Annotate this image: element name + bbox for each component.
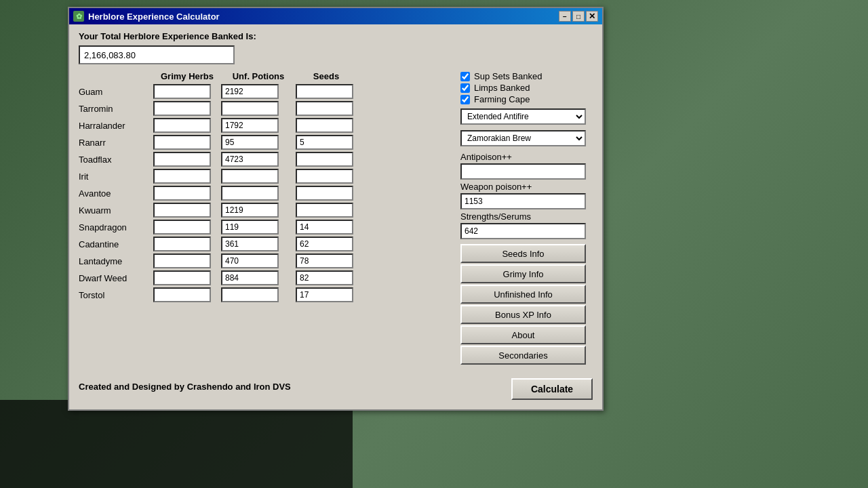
seeds-input[interactable] xyxy=(296,186,353,201)
unfinished_info-button[interactable]: Unfinished Info xyxy=(460,285,586,304)
unf-input[interactable] xyxy=(221,287,279,302)
checkbox-limps[interactable] xyxy=(460,83,470,93)
grimy-input[interactable] xyxy=(153,203,211,218)
calculate-button[interactable]: Calculate xyxy=(511,378,593,400)
main-window: ✿ Herblore Experience Calculator − □ ✕ Y… xyxy=(68,7,604,411)
grimy-input[interactable] xyxy=(153,135,211,150)
grimy-input[interactable] xyxy=(153,84,211,99)
grimy-input[interactable] xyxy=(153,152,211,167)
grimy-input[interactable] xyxy=(153,287,211,302)
seeds-input[interactable] xyxy=(296,220,353,235)
unf-input[interactable] xyxy=(221,220,279,235)
brew-dropdown[interactable]: Zamorakian Brew Saradomin Brew xyxy=(460,130,586,146)
grimy-input[interactable] xyxy=(153,118,211,133)
footer-row: Created and Designed by Crashendo and Ir… xyxy=(79,373,593,400)
total-xp-input[interactable] xyxy=(79,45,235,64)
checkboxes-container: Sup Sets BankedLimps BankedFarming Cape xyxy=(460,71,593,106)
herb-name: Guam xyxy=(79,87,153,97)
seeds-input[interactable] xyxy=(296,135,353,150)
col-unf: Unf. Potions xyxy=(221,71,296,81)
grimy-input[interactable] xyxy=(153,237,211,251)
table-row: Toadflax xyxy=(79,152,451,167)
herb-name: Tarromin xyxy=(79,104,153,114)
checkbox-row-limps: Limps Banked xyxy=(460,83,593,93)
herb-name: Toadflax xyxy=(79,155,153,165)
title-bar: ✿ Herblore Experience Calculator − □ ✕ xyxy=(69,8,602,24)
seeds-input[interactable] xyxy=(296,253,353,268)
about-button[interactable]: About xyxy=(460,325,586,344)
unf-input[interactable] xyxy=(221,135,279,150)
minimize-button[interactable]: − xyxy=(559,11,571,22)
unf-input[interactable] xyxy=(221,84,279,99)
unf-input[interactable] xyxy=(221,253,279,268)
checkbox-label-sup_sets: Sup Sets Banked xyxy=(474,71,542,81)
field-input-weapon[interactable] xyxy=(460,193,586,209)
field-section-weapon: Weapon poison++ xyxy=(460,182,593,209)
col-herb xyxy=(79,71,153,81)
right-panel: Sup Sets BankedLimps BankedFarming Cape … xyxy=(460,71,593,366)
seeds_info-button[interactable]: Seeds Info xyxy=(460,244,586,263)
unf-input[interactable] xyxy=(221,152,279,167)
herb-name: Irit xyxy=(79,171,153,182)
unf-input[interactable] xyxy=(221,237,279,251)
grimy_info-button[interactable]: Grimy Info xyxy=(460,264,586,283)
antifire-dropdown[interactable]: Extended Antifire Antifire xyxy=(460,108,586,125)
seeds-input[interactable] xyxy=(296,101,353,116)
col-seeds: Seeds xyxy=(296,71,357,81)
seeds-input[interactable] xyxy=(296,270,353,285)
grimy-input[interactable] xyxy=(153,270,211,285)
grimy-input[interactable] xyxy=(153,169,211,184)
unf-input[interactable] xyxy=(221,169,279,184)
table-row: Lantadyme xyxy=(79,253,451,268)
top-section: Your Total Herblore Experience Banked Is… xyxy=(79,31,593,64)
checkbox-row-farming: Farming Cape xyxy=(460,94,593,104)
checkbox-sup_sets[interactable] xyxy=(460,72,470,81)
dropdown-extended-antifire: Extended Antifire Antifire xyxy=(460,108,593,125)
secondaries-button[interactable]: Secondaries xyxy=(460,346,586,365)
maximize-button[interactable]: □ xyxy=(572,11,585,22)
table-row: Harralander xyxy=(79,118,451,133)
grimy-input[interactable] xyxy=(153,220,211,235)
herb-name: Avantoe xyxy=(79,188,153,199)
table-row: Guam xyxy=(79,84,451,99)
seeds-input[interactable] xyxy=(296,118,353,133)
field-section-strengths: Strengths/Serums xyxy=(460,211,593,239)
title-controls: − □ ✕ xyxy=(559,11,598,22)
table-row: Cadantine xyxy=(79,237,451,251)
field-input-strengths[interactable] xyxy=(460,223,586,239)
seeds-input[interactable] xyxy=(296,237,353,251)
seeds-input[interactable] xyxy=(296,84,353,99)
main-content: Grimy Herbs Unf. Potions Seeds GuamTarro… xyxy=(79,71,593,366)
seeds-input[interactable] xyxy=(296,169,353,184)
col-grimy: Grimy Herbs xyxy=(153,71,221,81)
table-row: Dwarf Weed xyxy=(79,270,451,285)
unf-input[interactable] xyxy=(221,101,279,116)
unf-input[interactable] xyxy=(221,270,279,285)
field-section-antipoison: Antipoison++ xyxy=(460,152,593,180)
seeds-input[interactable] xyxy=(296,203,353,218)
herb-rows-container: GuamTarrominHarralanderRanarrToadflaxIri… xyxy=(79,84,451,302)
table-row: Avantoe xyxy=(79,186,451,201)
unf-input[interactable] xyxy=(221,203,279,218)
herb-name: Torstol xyxy=(79,290,153,300)
fields-container: Antipoison++Weapon poison++Strengths/Ser… xyxy=(460,152,593,241)
grimy-input[interactable] xyxy=(153,253,211,268)
close-button[interactable]: ✕ xyxy=(586,11,598,22)
checkbox-label-farming: Farming Cape xyxy=(474,94,530,104)
grimy-input[interactable] xyxy=(153,186,211,201)
herb-name: Snapdragon xyxy=(79,222,153,232)
footer-text: Created and Designed by Crashendo and Ir… xyxy=(79,382,291,392)
field-input-antipoison[interactable] xyxy=(460,163,586,180)
field-label-strengths: Strengths/Serums xyxy=(460,211,593,222)
seeds-input[interactable] xyxy=(296,287,353,302)
seeds-input[interactable] xyxy=(296,152,353,167)
herb-name: Kwuarm xyxy=(79,205,153,216)
checkbox-row-sup_sets: Sup Sets Banked xyxy=(460,71,593,81)
table-row: Ranarr xyxy=(79,135,451,150)
grimy-input[interactable] xyxy=(153,101,211,116)
bonus_xp_info-button[interactable]: Bonus XP Info xyxy=(460,305,586,324)
total-xp-label: Your Total Herblore Experience Banked Is… xyxy=(79,31,593,41)
unf-input[interactable] xyxy=(221,118,279,133)
checkbox-farming[interactable] xyxy=(460,95,470,104)
unf-input[interactable] xyxy=(221,186,279,201)
